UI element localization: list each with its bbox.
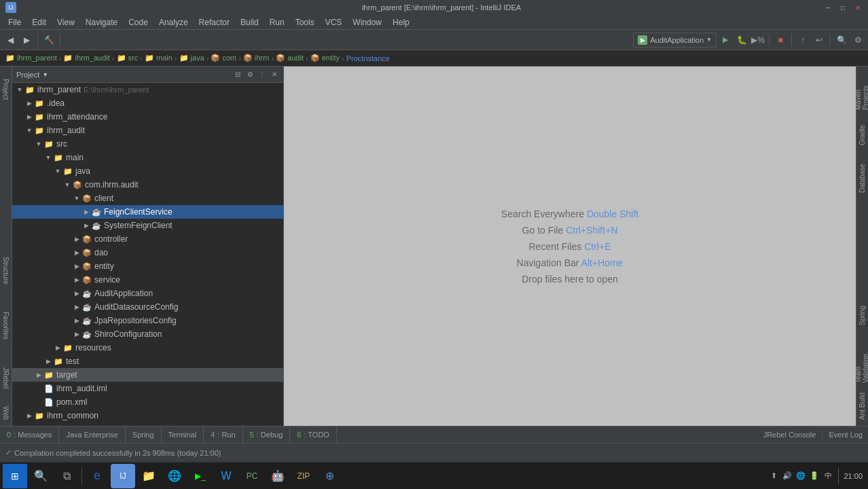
menu-item-navigate[interactable]: Navigate <box>80 16 123 29</box>
taskbar-zip-icon[interactable]: ZIP <box>291 464 316 488</box>
taskbar-cmd-icon[interactable]: ▶_ <box>188 464 213 488</box>
tree-toggle-10[interactable]: ▶ <box>82 221 91 230</box>
taskbar-files-icon[interactable]: 📁 <box>137 464 161 488</box>
tree-toggle-16[interactable]: ▶ <box>72 302 82 312</box>
menu-item-code[interactable]: Code <box>123 16 153 29</box>
right-panel-database-icon[interactable]: Database <box>856 160 867 197</box>
taskbar-pycharm-icon[interactable]: PC <box>240 464 264 488</box>
tree-toggle-3[interactable]: ▼ <box>24 126 34 135</box>
start-button[interactable]: ⊞ <box>3 464 27 488</box>
tree-item-dao[interactable]: ▶📦dao <box>12 246 283 259</box>
menu-item-window[interactable]: Window <box>347 16 387 29</box>
left-panel-web-icon[interactable]: Web <box>0 403 11 423</box>
tree-item-ihrm_common[interactable]: ▶📁ihrm_common <box>12 409 283 422</box>
bottom-tab-terminal[interactable]: Terminal <box>162 427 204 443</box>
tree-toggle-8[interactable]: ▼ <box>72 194 82 203</box>
right-panel-gradle-icon[interactable]: Gradle <box>856 120 867 150</box>
tree-toggle-15[interactable]: ▶ <box>72 289 82 298</box>
tree-item-com_ihrm_audit[interactable]: ▼📦com.ihrm.audit <box>12 178 283 192</box>
tree-toggle-1[interactable]: ▶ <box>24 98 34 108</box>
project-panel-options-button[interactable]: ⋮ <box>257 70 267 79</box>
menu-item-tools[interactable]: Tools <box>290 16 320 29</box>
bc-main[interactable]: 📁 main <box>145 54 173 62</box>
tree-item-service[interactable]: ▶📦service <box>12 273 283 287</box>
right-panel-maven-icon[interactable]: Maven Projects <box>856 69 867 110</box>
close-button[interactable]: ✕ <box>853 3 863 12</box>
tree-toggle-24[interactable]: ▶ <box>24 411 34 420</box>
bc-com[interactable]: 📦 com <box>211 54 236 62</box>
debug-button[interactable]: 🐛 <box>734 33 749 48</box>
menu-item-vcs[interactable]: VCS <box>320 16 348 29</box>
tree-toggle-18[interactable]: ▶ <box>72 329 82 339</box>
bc-ihrm[interactable]: 📦 ihrm <box>243 54 269 62</box>
tree-item-ihrm_common_model[interactable]: ▶📁ihrm_common_model <box>12 422 283 426</box>
taskbar-idea-icon[interactable]: IJ <box>111 464 135 488</box>
tray-sound-icon[interactable]: 🔊 <box>782 471 793 482</box>
bc-audit[interactable]: 📦 audit <box>276 54 304 62</box>
tree-toggle-19[interactable]: ▶ <box>53 343 62 352</box>
bottom-tab-run[interactable]: 4 : Run <box>204 427 242 443</box>
menu-item-file[interactable]: File <box>3 16 26 29</box>
run-config-selector[interactable]: ▶ AuditApplication ▼ <box>633 33 717 48</box>
tree-item-ihrm_attendance[interactable]: ▶📁ihrm_attendance <box>12 110 283 124</box>
right-panel-team-validation-icon[interactable]: Team Validation <box>856 336 867 383</box>
project-settings-button[interactable]: ⚙ <box>245 70 255 79</box>
taskbar-chrome-icon[interactable]: 🌐 <box>162 464 187 488</box>
left-panel-project-icon[interactable]: Project <box>0 69 11 110</box>
editor-area[interactable]: Search Everywhere Double Shift Go to Fil… <box>284 67 856 426</box>
tree-toggle-2[interactable]: ▶ <box>24 112 34 122</box>
update-button[interactable]: ↑ <box>795 33 810 48</box>
tree-item-main[interactable]: ▼📁main <box>12 151 283 164</box>
search-everywhere-button[interactable]: 🔍 <box>834 33 849 48</box>
tree-toggle-21[interactable]: ▶ <box>34 370 43 380</box>
menu-item-build[interactable]: Build <box>235 16 264 29</box>
project-dropdown-icon[interactable]: ▼ <box>42 71 48 78</box>
tree-item-systemfeignclient[interactable]: ▶☕SystemFeignClient <box>12 219 283 232</box>
menu-item-run[interactable]: Run <box>264 16 290 29</box>
bc-src[interactable]: 📁 src <box>117 54 139 62</box>
left-panel-favorites-icon[interactable]: Favorites <box>0 306 11 346</box>
menu-item-analyze[interactable]: Analyze <box>153 16 194 29</box>
tree-toggle-4[interactable]: ▼ <box>34 139 43 149</box>
tray-up-icon[interactable]: ⬆ <box>768 471 779 482</box>
tree-toggle-13[interactable]: ▶ <box>72 261 82 271</box>
bottom-tab-todo[interactable]: 6 : TODO <box>290 427 337 443</box>
tree-item-jparepositoriesconfig[interactable]: ▶☕JpaRepositoriesConfig <box>12 314 283 327</box>
tree-toggle-12[interactable]: ▶ <box>72 248 82 257</box>
tree-toggle-11[interactable]: ▶ <box>72 234 82 244</box>
tree-item-ihrm_parent[interactable]: ▼📁ihrm_parent E:\ihrm\ihrm_parent <box>12 83 283 96</box>
tree-item-controller[interactable]: ▶📦controller <box>12 232 283 246</box>
tree-item-java[interactable]: ▼📁java <box>12 164 283 178</box>
tree-item-ihrm_audit_iml[interactable]: 📄ihrm_audit.iml <box>12 382 283 395</box>
left-panel-structure-icon[interactable]: Structure <box>0 252 11 289</box>
bottom-tab-java-enterprise[interactable]: Java Enterprise <box>59 427 125 443</box>
bc-java[interactable]: 📁 java <box>179 54 204 62</box>
bc-entity[interactable]: 📦 entity <box>310 54 340 62</box>
tree-item-shiroconfiguration[interactable]: ▶☕ShiroConfiguration <box>12 327 283 341</box>
bottom-jrebel-console-tab[interactable]: JRebel Console <box>763 431 816 439</box>
left-panel-jrebel-icon[interactable]: JRebel <box>0 363 11 393</box>
bc-ihrm-parent[interactable]: 📁 ihrm_parent <box>5 54 57 62</box>
search-taskbar-button[interactable]: 🔍 <box>29 464 53 488</box>
tray-input-icon[interactable]: 中 <box>822 471 833 482</box>
bc-ihrm-audit[interactable]: 📁 ihrm_audit <box>63 54 109 62</box>
tree-item-entity[interactable]: ▶📦entity <box>12 259 283 273</box>
run-with-coverage-button[interactable]: ▶% <box>751 33 765 48</box>
tree-toggle-0[interactable]: ▼ <box>15 85 24 94</box>
toolbar-build-button[interactable]: 🔨 <box>41 33 56 48</box>
tree-item-test[interactable]: ▶📁test <box>12 355 283 368</box>
tree-item-auditdatasourceconfig[interactable]: ▶☕AuditDatasourceConfig <box>12 300 283 314</box>
tree-item-target[interactable]: ▶📁target <box>12 368 283 382</box>
bottom-tab-messages[interactable]: 0 : Messages <box>0 427 59 443</box>
minimize-button[interactable]: ─ <box>823 3 833 12</box>
maximize-button[interactable]: □ <box>838 3 848 12</box>
tree-item-client[interactable]: ▼📦client <box>12 192 283 205</box>
menu-item-view[interactable]: View <box>52 16 80 29</box>
run-button[interactable]: ▶ <box>718 33 733 48</box>
tree-item-resources[interactable]: ▶📁resources <box>12 341 283 355</box>
tray-battery-icon[interactable]: 🔋 <box>809 471 820 482</box>
tree-toggle-17[interactable]: ▶ <box>72 316 82 325</box>
bc-procinstance[interactable]: ProcInstance <box>346 54 390 62</box>
tree-toggle-20[interactable]: ▶ <box>43 357 53 366</box>
tree-item-ihrm_audit[interactable]: ▼📁ihrm_audit <box>12 124 283 137</box>
